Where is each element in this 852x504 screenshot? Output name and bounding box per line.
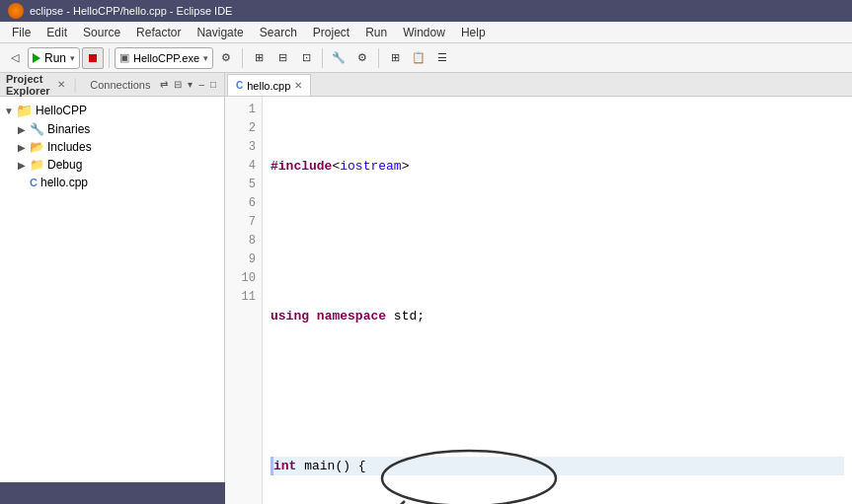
project-tree: ▼ 📁 HelloCPP ▶ 🔧 Binaries ▶ 📂 Includes [0, 97, 224, 482]
exe-dropdown-arrow[interactable]: ▾ [203, 53, 208, 63]
explorer-menu-button[interactable]: ▾ [186, 78, 194, 91]
menu-project[interactable]: Project [305, 24, 357, 41]
folder-icon-debug: 📁 [30, 158, 44, 172]
exe-icon: ▣ [119, 51, 129, 64]
tree-label-hellocpp-file: hello.cpp [40, 176, 88, 189]
menu-edit[interactable]: Edit [39, 24, 75, 41]
explorer-header: Project Explorer ✕ │ Connections ⇄ ⊟ ▾ –… [0, 73, 224, 97]
maximize-button[interactable]: □ [208, 78, 218, 91]
stop-icon [89, 54, 97, 62]
tree-label-binaries: Binaries [47, 122, 90, 136]
window-title: eclipse - HelloCPP/hello.cpp - Eclipse I… [30, 5, 232, 17]
menu-search[interactable]: Search [252, 24, 305, 41]
toolbar-btn-5[interactable]: ⚙ [351, 47, 373, 69]
toolbar-btn-3[interactable]: ⊡ [295, 47, 317, 69]
toolbar-btn-2[interactable]: ⊟ [271, 47, 293, 69]
code-line-2 [271, 232, 844, 251]
title-bar: eclipse - HelloCPP/hello.cpp - Eclipse I… [0, 0, 852, 22]
menu-file[interactable]: File [4, 24, 39, 41]
code-editor[interactable]: 1 2 3 4 5 6 7 8 9 10 11 #include<iostrea… [225, 97, 852, 504]
toolbar-separator-3 [322, 48, 323, 68]
file-icon-hellocpp: C [30, 177, 38, 188]
cpp-file-icon: C [236, 80, 243, 91]
tree-item-hellocpp[interactable]: ▼ 📁 HelloCPP [0, 101, 224, 120]
back-button[interactable]: ◁ [4, 47, 26, 69]
exe-label: HelloCPP.exe [133, 52, 199, 64]
sidebar: Project Explorer ✕ │ Connections ⇄ ⊟ ▾ –… [0, 73, 225, 482]
collapse-button[interactable]: ⊟ [172, 78, 184, 91]
toolbar-btn-4[interactable]: 🔧 [328, 47, 349, 69]
tree-item-debug[interactable]: ▶ 📁 Debug [0, 156, 224, 174]
eclipse-icon [8, 3, 24, 19]
stop-button[interactable] [82, 47, 104, 69]
tree-item-hellocpp-file[interactable]: C hello.cpp [0, 174, 224, 191]
toolbar-btn-1[interactable]: ⊞ [248, 47, 270, 69]
explorer-title: Project Explorer [6, 73, 53, 97]
toolbar: ◁ Run ▾ ▣ HelloCPP.exe ▾ ⚙ ⊞ ⊟ ⊡ 🔧 ⚙ ⊞ 📋… [0, 43, 852, 73]
toolbar-separator-4 [378, 48, 379, 68]
includes-icon: 📂 [30, 140, 44, 154]
line-numbers: 1 2 3 4 5 6 7 8 9 10 11 [225, 97, 263, 504]
connections-tab[interactable]: Connections [86, 79, 154, 91]
tree-arrow-includes[interactable]: ▶ [18, 142, 28, 153]
tree-arrow-hellocpp[interactable]: ▼ [4, 106, 14, 116]
editor-area: C hello.cpp ✕ 1 2 3 4 5 6 7 8 9 10 11 [225, 73, 852, 504]
code-content[interactable]: #include<iostream> using namespace std; … [263, 97, 852, 504]
tree-label-debug: Debug [47, 158, 82, 172]
code-line-4 [271, 382, 844, 400]
code-line-3: using namespace std; [271, 307, 844, 325]
main-area: Project Explorer ✕ │ Connections ⇄ ⊟ ▾ –… [0, 73, 852, 482]
tree-arrow-debug[interactable]: ▶ [18, 160, 28, 171]
toolbar-separator-1 [109, 48, 110, 68]
editor-column: C hello.cpp ✕ 1 2 3 4 5 6 7 8 9 10 11 [225, 73, 852, 482]
bin-icon: 🔧 [30, 122, 44, 136]
tree-arrow-binaries[interactable]: ▶ [18, 124, 28, 135]
toolbar-btn-7[interactable]: 📋 [408, 47, 429, 69]
editor-tab-close[interactable]: ✕ [294, 80, 302, 91]
toolbar-separator-2 [242, 48, 243, 68]
editor-tab-label: hello.cpp [247, 80, 290, 92]
editor-tabs: C hello.cpp ✕ [225, 73, 852, 97]
editor-tab-hellocpp[interactable]: C hello.cpp ✕ [227, 74, 311, 96]
tree-item-binaries[interactable]: ▶ 🔧 Binaries [0, 120, 224, 138]
tree-item-includes[interactable]: ▶ 📂 Includes [0, 138, 224, 156]
menu-source[interactable]: Source [75, 24, 128, 41]
tab-divider: │ [72, 78, 80, 92]
menu-bar: File Edit Source Refactor Navigate Searc… [0, 22, 852, 43]
run-combo[interactable]: Run ▾ [28, 47, 80, 69]
toolbar-btn-8[interactable]: ☰ [431, 47, 453, 69]
exe-combo[interactable]: ▣ HelloCPP.exe ▾ [115, 47, 213, 69]
toolbar-btn-6[interactable]: ⊞ [384, 47, 406, 69]
code-line-5: int main() { [271, 457, 844, 475]
explorer-close[interactable]: ✕ [57, 79, 65, 90]
exe-settings-button[interactable]: ⚙ [215, 47, 237, 69]
menu-refactor[interactable]: Refactor [128, 24, 189, 41]
explorer-toolbar: ⇄ ⊟ ▾ – □ [158, 78, 218, 91]
menu-window[interactable]: Window [395, 24, 453, 41]
run-dropdown-arrow[interactable]: ▾ [70, 53, 75, 63]
menu-navigate[interactable]: Navigate [189, 24, 251, 41]
minimize-button[interactable]: – [196, 78, 206, 91]
tree-label-includes: Includes [47, 140, 92, 154]
sync-button[interactable]: ⇄ [158, 78, 170, 91]
run-icon [33, 53, 40, 63]
tree-label-hellocpp: HelloCPP [36, 104, 87, 117]
run-label: Run [44, 51, 66, 65]
menu-run[interactable]: Run [357, 24, 395, 41]
folder-icon-hellocpp: 📁 [16, 103, 33, 118]
menu-help[interactable]: Help [453, 24, 494, 41]
code-line-1: #include<iostream> [271, 157, 844, 176]
